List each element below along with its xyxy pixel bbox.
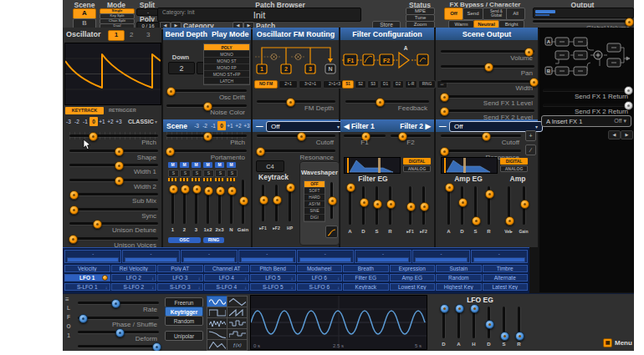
filter-eg-attack-slider[interactable]: [345, 185, 355, 226]
mod-source-lowest-key[interactable]: Lowest Key: [390, 283, 436, 291]
filter-config-ring[interactable]: RING: [418, 80, 436, 89]
play-mode-poly[interactable]: POLY: [204, 44, 249, 51]
macro-slot-2[interactable]: -: [122, 250, 179, 263]
lfo-shape-ramp[interactable]: [227, 307, 248, 318]
lfo-waveform-display[interactable]: 0 s 2.5 s 5 s: [250, 295, 427, 350]
keytrack-f1-slider[interactable]: [258, 183, 268, 223]
filter1-label[interactable]: ◀ Filter 1: [344, 122, 375, 130]
filter1-resonance-slider[interactable]: Resonance: [257, 146, 335, 160]
filter-config-diagram[interactable]: F1 F2 A: [342, 43, 432, 79]
lfo-menu-icon[interactable]: ≡: [65, 296, 69, 303]
waveshaper-hard[interactable]: HARD: [304, 195, 325, 201]
osc-type-dropdown-icon[interactable]: ▾: [155, 119, 157, 124]
keytrack-hp-slider[interactable]: [285, 183, 294, 223]
expand-arrow-icon[interactable]: ↓: [198, 285, 201, 290]
amp-eg-analog-button[interactable]: ANALOG: [500, 165, 528, 172]
lfo-shape-sine[interactable]: [207, 296, 227, 307]
mod-source-slfo3[interactable]: S-LFO 3↓: [157, 283, 203, 291]
bend-down-value[interactable]: 2: [168, 62, 195, 74]
fx-slot-selector[interactable]: A Insert FX 1 Off ▾: [541, 115, 631, 127]
expand-arrow-icon[interactable]: ↓: [291, 285, 294, 290]
scene-volume-slider[interactable]: Volume: [441, 47, 534, 60]
expand-arrow-icon[interactable]: ↓: [105, 285, 108, 290]
scene-pitch-slider[interactable]: Pitch: [166, 131, 247, 145]
mod-source-rel-velocity[interactable]: Rel Velocity: [111, 265, 157, 272]
mute-button[interactable]: M: [203, 162, 212, 168]
fx-bypass-off-button[interactable]: Off: [444, 8, 463, 20]
mod-source-modwheel[interactable]: Modwheel: [297, 265, 343, 272]
expand-arrow-icon[interactable]: ↓: [198, 276, 201, 281]
mod-source-timbre[interactable]: Timbre: [483, 265, 529, 272]
osc-width2-slider[interactable]: Width 2: [69, 175, 158, 189]
filter-config-s1[interactable]: S1: [342, 80, 354, 89]
lfo-shape-step-seq[interactable]: [227, 328, 248, 340]
portamento-slider[interactable]: Portamento: [166, 146, 247, 160]
fx-next-button[interactable]: ▶: [621, 130, 633, 139]
scene-octave-selector[interactable]: -3-2-10+1+2+3: [192, 121, 251, 130]
osc-type-selector[interactable]: CLASSIC: [128, 119, 154, 124]
amp-gain-slider[interactable]: [519, 185, 529, 226]
mod-source-velocity[interactable]: Velocity: [64, 265, 110, 272]
send-fx1-return-slider[interactable]: Send FX 1 Return: [543, 85, 630, 99]
mod-source-filter-eg[interactable]: Filter EG: [343, 274, 389, 281]
macro-slot-6[interactable]: -: [355, 250, 411, 263]
send-fx1-level-slider[interactable]: Send FX 1 Level: [441, 92, 534, 105]
scene-pan-slider[interactable]: Pan: [441, 62, 534, 75]
fx-routing-diagram[interactable]: A B: [544, 33, 633, 84]
lfo-amplitude-slider[interactable]: Amplitude: [78, 342, 159, 351]
lfo-eg-sustain-slider[interactable]: [499, 305, 509, 340]
solo-button[interactable]: S: [215, 170, 226, 177]
mute-button[interactable]: M: [168, 162, 177, 168]
channel-fader[interactable]: [180, 184, 189, 226]
play-mode-mono-fp[interactable]: MONO FP: [204, 64, 249, 71]
lfo-rate-slider[interactable]: Rate: [78, 298, 159, 312]
mute-button[interactable]: M: [192, 162, 201, 168]
mod-source-amp-eg[interactable]: Amp EG: [390, 274, 436, 281]
amp-eg-sustain-slider[interactable]: [471, 185, 480, 226]
filter2-link-plus-button[interactable]: +: [525, 130, 536, 141]
solo-button[interactable]: S: [168, 170, 179, 177]
filter-eg-sustain-slider[interactable]: [372, 185, 381, 226]
send-fx2-level-slider[interactable]: Send FX 2 Level: [441, 106, 534, 119]
mod-source-pitch-bend[interactable]: Pitch Bend: [250, 265, 296, 272]
play-mode-latch[interactable]: LATCH: [204, 78, 249, 84]
mod-source-expression[interactable]: Expression: [390, 265, 436, 272]
expand-arrow-icon[interactable]: ↓: [337, 276, 340, 281]
osc-submix-slider[interactable]: Sub Mix: [69, 190, 158, 203]
filter2-label[interactable]: Filter 2 ▶: [400, 122, 431, 130]
solo-button[interactable]: S: [227, 170, 238, 177]
lfo-shape-noise[interactable]: [207, 317, 227, 329]
mod-source-lfo4[interactable]: LFO 4↓: [204, 274, 250, 281]
mod-source-breath[interactable]: Breath: [343, 265, 389, 272]
filter1-cutoff-slider[interactable]: Cutoff: [257, 131, 335, 145]
mod-source-slfo6[interactable]: S-LFO 6↓: [297, 283, 343, 291]
patch-display[interactable]: Category: Init Init: [157, 8, 361, 22]
mod-source-lfo1[interactable]: LFO 1: [64, 274, 110, 281]
lfo-eg-delay-slider[interactable]: [439, 305, 448, 340]
lfo-unipolar-button[interactable]: Unipolar: [165, 331, 203, 341]
filter-config-d2[interactable]: D2: [392, 80, 404, 89]
filter-eg-analog-button[interactable]: ANALOG: [403, 165, 431, 172]
filter2-link-slash-button[interactable]: ∕: [525, 145, 536, 155]
scene-width-slider[interactable]: Width: [441, 77, 534, 90]
retrigger-toggle[interactable]: RETRIGGER: [109, 108, 136, 113]
mod-source-slfo4[interactable]: S-LFO 4↓: [204, 283, 250, 291]
filter-config-s2[interactable]: S2: [355, 80, 366, 89]
waveshaper-off[interactable]: OFF: [304, 181, 325, 188]
waveshaper-curve-icon[interactable]: [325, 226, 338, 238]
mod-source-sustain[interactable]: Sustain: [436, 265, 482, 272]
channel-fader[interactable]: [168, 184, 177, 226]
osc-octave-selector[interactable]: -3-2-10+1+2+3: [64, 117, 123, 126]
waveshaper-soft[interactable]: SOFT: [304, 188, 325, 195]
mute-button[interactable]: M: [215, 162, 224, 168]
filter-config-s3[interactable]: S3: [367, 80, 379, 89]
filter-eg-decay-slider[interactable]: [359, 185, 368, 226]
mod-source-random[interactable]: Random: [436, 274, 482, 281]
macro-slot-7[interactable]: -: [412, 250, 469, 263]
lfo-eg-release-slider[interactable]: [514, 305, 524, 340]
play-mode-mono-st[interactable]: MONO ST: [204, 58, 249, 64]
osc-waveform-display[interactable]: [64, 43, 161, 105]
fm-routing-diagram[interactable]: 1 2 3 N: [255, 42, 337, 80]
amp-eg-attack-slider[interactable]: [444, 185, 453, 226]
lfo-shape-square[interactable]: [207, 307, 227, 318]
